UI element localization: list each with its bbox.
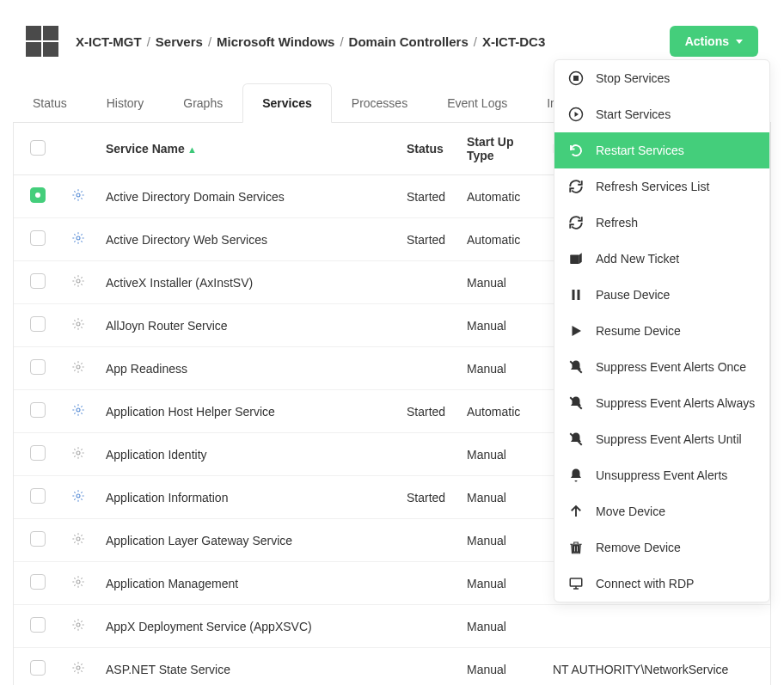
- menu-item-label: Move Device: [596, 505, 665, 518]
- svg-point-9: [77, 580, 80, 584]
- service-logon: [542, 605, 770, 648]
- table-row: AppX Deployment Service (AppXSVC) Manual: [14, 605, 770, 648]
- breadcrumb-segment[interactable]: X-ICT-MGT: [76, 34, 142, 49]
- col-status[interactable]: Status: [396, 123, 456, 175]
- menu-item-add-new-ticket[interactable]: Add New Ticket: [554, 241, 769, 277]
- row-checkbox[interactable]: [30, 574, 46, 590]
- menu-item-resume-device[interactable]: Resume Device: [554, 313, 769, 349]
- service-status: [396, 648, 456, 686]
- gear-icon: [71, 532, 85, 546]
- menu-item-connect-with-rdp[interactable]: Connect with RDP: [554, 566, 769, 602]
- bell-off-icon: [568, 359, 584, 375]
- service-name[interactable]: AllJoyn Router Service: [95, 304, 396, 347]
- service-name[interactable]: Application Layer Gateway Service: [95, 519, 396, 562]
- service-startup: Automatic: [456, 218, 542, 261]
- breadcrumb-separator: /: [340, 34, 343, 49]
- service-name[interactable]: ActiveX Installer (AxInstSV): [95, 261, 396, 304]
- service-startup: Manual: [456, 347, 542, 390]
- svg-rect-16: [570, 255, 579, 265]
- menu-item-remove-device[interactable]: Remove Device: [554, 529, 769, 566]
- svg-point-5: [77, 408, 80, 412]
- tab-status[interactable]: Status: [13, 83, 87, 123]
- menu-item-suppress-event-alerts-always[interactable]: Suppress Event Alerts Always: [554, 385, 769, 421]
- row-checkbox[interactable]: [30, 402, 46, 418]
- svg-rect-25: [570, 578, 582, 586]
- service-startup: Automatic: [456, 390, 542, 433]
- menu-item-stop-services[interactable]: Stop Services: [554, 60, 769, 96]
- row-checkbox[interactable]: [30, 445, 46, 461]
- service-name[interactable]: AppX Deployment Service (AppXSVC): [95, 605, 396, 648]
- menu-item-restart-services[interactable]: Restart Services: [554, 132, 769, 168]
- row-checkbox[interactable]: [30, 488, 46, 504]
- tab-processes[interactable]: Processes: [332, 83, 427, 123]
- menu-item-unsuppress-event-alerts[interactable]: Unsuppress Event Alerts: [554, 457, 769, 493]
- service-status: [396, 519, 456, 562]
- windows-logo-icon: [26, 26, 58, 57]
- breadcrumb-separator: /: [208, 34, 211, 49]
- svg-rect-22: [573, 545, 580, 553]
- row-checkbox[interactable]: [30, 660, 46, 676]
- row-checkbox[interactable]: [30, 617, 46, 633]
- menu-item-label: Unsuppress Event Alerts: [596, 468, 727, 482]
- tab-services[interactable]: Services: [242, 83, 332, 123]
- row-checkbox[interactable]: [30, 230, 46, 246]
- ticket-icon: [568, 251, 584, 266]
- menu-item-label: Stop Services: [596, 71, 670, 85]
- menu-item-start-services[interactable]: Start Services: [554, 96, 769, 132]
- breadcrumb-segment[interactable]: Domain Controllers: [349, 34, 469, 49]
- service-name[interactable]: Active Directory Domain Services: [95, 175, 396, 218]
- menu-item-pause-device[interactable]: Pause Device: [554, 277, 769, 313]
- service-status: [396, 347, 456, 390]
- monitor-icon: [568, 576, 584, 591]
- menu-item-refresh-services-list[interactable]: Refresh Services List: [554, 168, 769, 205]
- service-status: Started: [396, 390, 456, 433]
- row-checkbox[interactable]: [30, 316, 46, 332]
- service-status: [396, 304, 456, 347]
- service-status: [396, 433, 456, 476]
- row-checkbox[interactable]: [30, 187, 46, 203]
- svg-point-1: [77, 236, 80, 240]
- refresh-icon: [568, 215, 584, 230]
- menu-item-suppress-event-alerts-until[interactable]: Suppress Event Alerts Until: [554, 421, 769, 457]
- restart-icon: [568, 143, 584, 158]
- actions-button-label: Actions: [685, 34, 729, 48]
- service-name[interactable]: Application Management: [95, 562, 396, 605]
- gear-icon: [71, 661, 85, 675]
- gear-icon: [71, 317, 85, 331]
- gear-icon: [71, 618, 85, 632]
- bell-off-icon: [568, 395, 584, 411]
- breadcrumb-segment[interactable]: Microsoft Windows: [217, 34, 334, 49]
- tab-graphs[interactable]: Graphs: [163, 83, 242, 123]
- bell-icon: [568, 468, 584, 483]
- service-name[interactable]: Application Information: [95, 476, 396, 519]
- service-name[interactable]: ASP.NET State Service: [95, 648, 396, 686]
- breadcrumb-separator: /: [147, 34, 150, 49]
- row-checkbox[interactable]: [30, 273, 46, 289]
- col-service-name[interactable]: Service Name: [95, 123, 396, 175]
- actions-button[interactable]: Actions: [670, 26, 758, 57]
- service-name[interactable]: Application Host Helper Service: [95, 390, 396, 433]
- gear-icon: [71, 446, 85, 460]
- menu-item-suppress-event-alerts-once[interactable]: Suppress Event Alerts Once: [554, 349, 769, 385]
- play-icon: [568, 323, 584, 339]
- table-row: ASP.NET State Service Manual NT AUTHORIT…: [14, 648, 770, 686]
- service-name[interactable]: Application Identity: [95, 433, 396, 476]
- service-name[interactable]: Active Directory Web Services: [95, 218, 396, 261]
- menu-item-refresh[interactable]: Refresh: [554, 205, 769, 241]
- row-checkbox[interactable]: [30, 359, 46, 375]
- service-name[interactable]: App Readiness: [95, 347, 396, 390]
- row-checkbox[interactable]: [30, 531, 46, 547]
- tab-event-logs[interactable]: Event Logs: [427, 83, 527, 123]
- menu-item-move-device[interactable]: Move Device: [554, 493, 769, 529]
- col-startup-type[interactable]: Start Up Type: [456, 123, 542, 175]
- svg-rect-17: [573, 290, 575, 300]
- tab-history[interactable]: History: [87, 83, 164, 123]
- breadcrumb-segment[interactable]: Servers: [156, 34, 203, 49]
- service-status: Started: [396, 218, 456, 261]
- gear-icon: [71, 188, 85, 202]
- service-startup: Manual: [456, 648, 542, 686]
- service-startup: Automatic: [456, 175, 542, 218]
- breadcrumb-segment[interactable]: X-ICT-DC3: [482, 34, 545, 49]
- select-all-checkbox[interactable]: [30, 140, 46, 156]
- breadcrumb: X-ICT-MGT/Servers/Microsoft Windows/Doma…: [76, 34, 670, 49]
